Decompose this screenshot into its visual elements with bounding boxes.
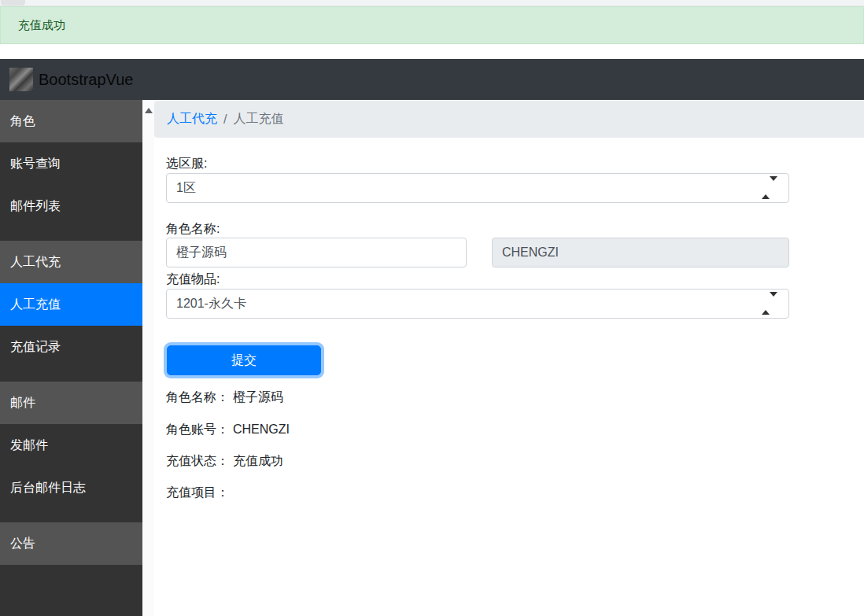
result-status-value: 充值成功 [233, 454, 283, 467]
sidebar-item-account-query[interactable]: 账号查询 [0, 142, 142, 185]
server-select-value: 1区 [176, 180, 196, 197]
brand-title: BootstrapVue [39, 71, 133, 89]
sidebar-group-manual-recharge: 人工代充 人工充值 充值记录 [0, 241, 142, 368]
result-role-name: 角色名称：橙子源码 [166, 388, 283, 407]
result-item-label: 充值项目： [166, 485, 229, 499]
sidebar-item-role[interactable]: 角色 [0, 100, 142, 142]
browser-tab-stub [1, 0, 25, 6]
sidebar-group-announcement: 公告 [0, 522, 142, 565]
role-name-input-value: 橙子源码 [176, 245, 227, 261]
result-item: 充值项目： [166, 483, 233, 502]
content-scrollbar[interactable] [142, 100, 154, 616]
breadcrumb: 人工代充 / 人工充值 [154, 101, 864, 138]
breadcrumb-link-manual-recharge[interactable]: 人工代充 [167, 111, 217, 127]
select-updown-icon [762, 297, 777, 311]
sidebar-item-send-mail[interactable]: 发邮件 [0, 424, 142, 467]
result-account: 角色账号：CHENGZI [166, 420, 290, 439]
recharge-item-select[interactable]: 1201-永久卡 [166, 289, 789, 319]
sidebar-item-mail[interactable]: 邮件 [0, 382, 142, 424]
sidebar-item-backend-mail-log[interactable]: 后台邮件日志 [0, 467, 142, 509]
result-role-name-label: 角色名称： [166, 390, 229, 404]
role-name-label: 角色名称: [166, 219, 220, 238]
sidebar-item-manual-recharge[interactable]: 人工充值 [0, 283, 142, 326]
account-readonly-input: CHENGZI [492, 238, 789, 267]
brand-logo-image [9, 68, 33, 91]
submit-button[interactable]: 提交 [167, 345, 321, 375]
recharge-item-select-value: 1201-永久卡 [176, 296, 246, 312]
sidebar-item-manual-recharge-group[interactable]: 人工代充 [0, 241, 142, 283]
sidebar-nav: 角色 账号查询 邮件列表 人工代充 人工充值 充值记录 邮件 发邮件 后台邮件日… [0, 100, 142, 616]
scrollbar-up-arrow-icon[interactable] [145, 108, 153, 113]
main-content: 人工代充 / 人工充值 选区服: 1区 角色名称: 橙子源码 CHENGZI 充… [154, 100, 864, 616]
result-account-label: 角色账号： [166, 422, 229, 436]
success-alert: 充值成功 [0, 6, 864, 44]
server-select-label: 选区服: [166, 154, 207, 173]
account-readonly-value: CHENGZI [502, 245, 559, 260]
recharge-item-label: 充值物品: [166, 270, 220, 289]
browser-chrome-strip [0, 0, 864, 6]
result-status-label: 充值状态： [166, 454, 229, 467]
top-navbar: BootstrapVue [0, 59, 864, 100]
breadcrumb-separator: / [223, 113, 227, 127]
success-alert-text: 充值成功 [18, 18, 65, 33]
breadcrumb-current-page: 人工充值 [233, 111, 283, 127]
sidebar-group-mail: 邮件 发邮件 后台邮件日志 [0, 382, 142, 509]
result-account-value: CHENGZI [233, 422, 290, 436]
result-role-name-value: 橙子源码 [233, 390, 283, 404]
sidebar-item-announcement[interactable]: 公告 [0, 522, 142, 565]
navbar-brand[interactable]: BootstrapVue [9, 68, 133, 91]
sidebar-item-mail-list[interactable]: 邮件列表 [0, 185, 142, 227]
server-select[interactable]: 1区 [166, 173, 789, 203]
sidebar-item-recharge-records[interactable]: 充值记录 [0, 326, 142, 368]
sidebar-group-role: 角色 账号查询 邮件列表 [0, 100, 142, 227]
select-updown-icon [762, 181, 777, 195]
role-name-input[interactable]: 橙子源码 [166, 238, 467, 267]
result-status: 充值状态：充值成功 [166, 452, 283, 470]
